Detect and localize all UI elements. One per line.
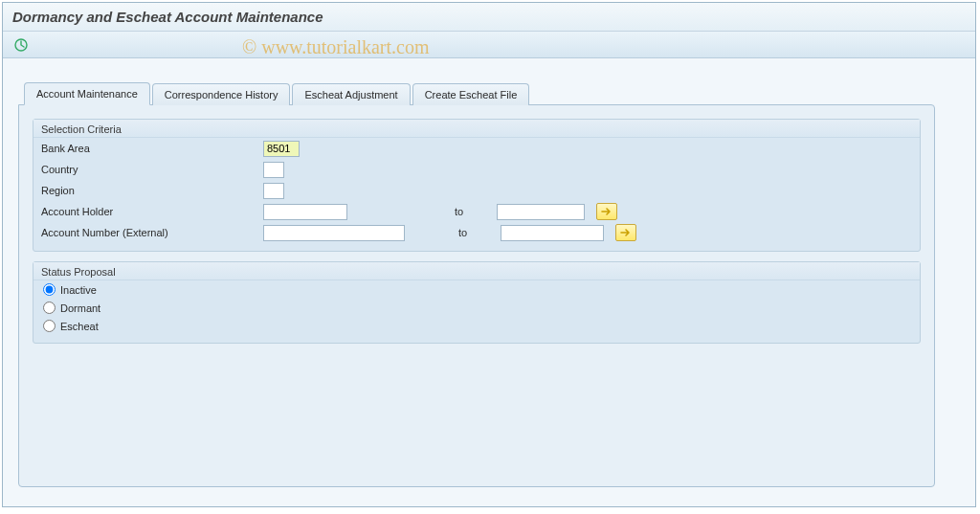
- multiple-selection-account-holder[interactable]: [596, 203, 617, 220]
- input-account-number-from[interactable]: [263, 225, 405, 241]
- title-bar: Dormancy and Escheat Account Maintenance: [3, 3, 975, 32]
- tab-panel-account-maintenance: Selection Criteria Bank Area Country Reg…: [18, 104, 935, 487]
- input-account-holder-from[interactable]: [263, 204, 347, 220]
- tab-label: Account Maintenance: [36, 88, 138, 100]
- label-to-account-holder: to: [455, 206, 493, 217]
- radio-label-inactive: Inactive: [60, 284, 97, 296]
- groupbox-status-proposal: Status Proposal Inactive Dormant Escheat: [33, 261, 921, 344]
- input-country[interactable]: [263, 162, 284, 178]
- tab-account-maintenance[interactable]: Account Maintenance: [24, 82, 150, 105]
- radio-row-inactive: Inactive: [33, 280, 920, 299]
- arrow-right-icon: [601, 207, 612, 216]
- application-toolbar: [3, 32, 975, 58]
- arrow-right-icon: [620, 228, 632, 237]
- tab-label: Correspondence History: [165, 89, 278, 101]
- radio-dormant[interactable]: [43, 302, 56, 314]
- radio-escheat[interactable]: [43, 320, 56, 332]
- execute-button[interactable]: [11, 34, 32, 56]
- row-account-holder: Account Holder to: [33, 201, 920, 222]
- radio-row-dormant: Dormant: [33, 299, 920, 317]
- groupbox-selection-criteria: Selection Criteria Bank Area Country Reg…: [33, 119, 921, 252]
- row-account-number: Account Number (External) to: [33, 222, 920, 243]
- clock-execute-icon: [13, 37, 29, 53]
- tab-escheat-adjustment[interactable]: Escheat Adjustment: [292, 83, 410, 105]
- input-account-holder-to[interactable]: [497, 204, 585, 220]
- radio-label-escheat: Escheat: [60, 321, 99, 332]
- radio-inactive[interactable]: [43, 283, 56, 296]
- input-region[interactable]: [263, 183, 284, 199]
- content-area: Account Maintenance Correspondence Histo…: [3, 58, 975, 497]
- groupbox-title: Status Proposal: [33, 262, 920, 280]
- tabstrip: Account Maintenance Correspondence Histo…: [24, 81, 960, 104]
- tab-label: Escheat Adjustment: [304, 89, 397, 101]
- page-title: Dormancy and Escheat Account Maintenance: [12, 9, 323, 25]
- row-bank-area: Bank Area: [33, 138, 920, 159]
- label-account-holder: Account Holder: [41, 206, 263, 217]
- input-account-number-to[interactable]: [501, 225, 604, 241]
- row-region: Region: [33, 180, 920, 201]
- input-bank-area[interactable]: [263, 141, 300, 157]
- label-to-account-number: to: [458, 227, 497, 238]
- row-country: Country: [33, 159, 920, 180]
- tab-create-escheat-file[interactable]: Create Escheat File: [412, 83, 530, 105]
- label-country: Country: [41, 164, 263, 175]
- tab-label: Create Escheat File: [425, 89, 518, 101]
- radio-row-escheat: Escheat: [33, 317, 920, 335]
- app-frame: Dormancy and Escheat Account Maintenance…: [2, 2, 976, 507]
- groupbox-title: Selection Criteria: [33, 120, 920, 138]
- tab-correspondence-history[interactable]: Correspondence History: [152, 83, 291, 105]
- label-bank-area: Bank Area: [41, 143, 263, 154]
- label-account-number: Account Number (External): [41, 227, 263, 238]
- label-region: Region: [41, 185, 263, 196]
- multiple-selection-account-number[interactable]: [615, 224, 636, 241]
- radio-label-dormant: Dormant: [60, 302, 100, 314]
